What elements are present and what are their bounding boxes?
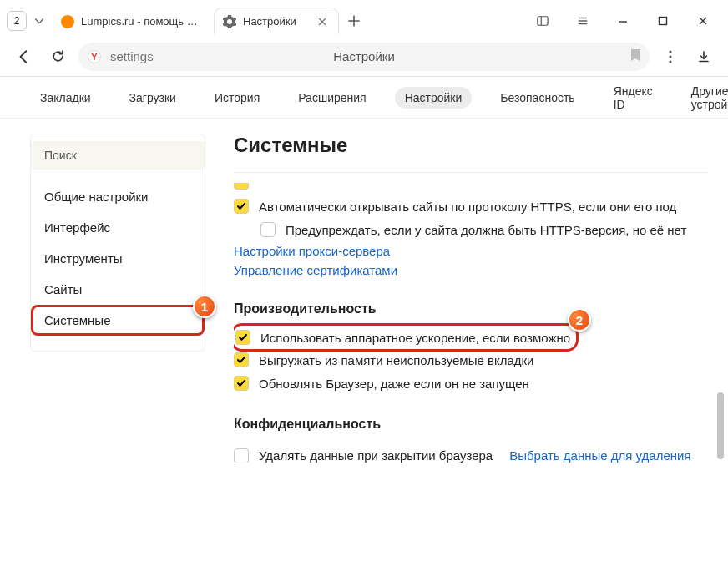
svg-point-9 xyxy=(669,60,671,63)
sidebar-toggle-button[interactable] xyxy=(524,8,561,33)
topnav-bookmarks[interactable]: Закладки xyxy=(30,87,101,109)
option-label: Использовать аппаратное ускорение, если … xyxy=(260,331,570,345)
link-proxy-settings[interactable]: Настройки прокси-сервера xyxy=(234,241,390,261)
kebab-menu[interactable] xyxy=(658,44,683,69)
topnav-yandex-id[interactable]: Яндекс ID xyxy=(604,80,663,115)
settings-body: Поиск Общие настройки Интерфейс Инструме… xyxy=(0,119,728,562)
section-heading-performance: Производительность xyxy=(234,301,708,316)
page-title-inline: Настройки xyxy=(333,49,395,63)
tab-lumpics[interactable]: Lumpics.ru - помощь с ко xyxy=(52,8,210,34)
downloads-button[interactable] xyxy=(691,44,716,69)
toolbar: Y settings Настройки xyxy=(0,37,728,77)
page-scrollbar[interactable] xyxy=(715,92,726,552)
address-bar[interactable]: Y settings Настройки xyxy=(78,43,650,71)
topnav-settings[interactable]: Настройки xyxy=(395,87,473,109)
checkbox-checked-icon xyxy=(234,376,249,391)
option-label: Обновлять Браузер, даже если он не запущ… xyxy=(259,377,529,391)
close-icon[interactable] xyxy=(318,16,330,28)
scrollbar-thumb[interactable] xyxy=(717,392,724,459)
gear-icon xyxy=(223,15,236,28)
tab-count-badge[interactable]: 2 xyxy=(7,11,27,31)
option-unload-tabs[interactable]: Выгружать из памяти неиспользуемые вклад… xyxy=(234,348,708,372)
titlebar: 2 Lumpics.ru - помощь с ко Настройки xyxy=(0,0,728,37)
tab-list-dropdown[interactable] xyxy=(30,12,48,30)
annotation-badge-1: 1 xyxy=(193,295,216,318)
sidebar-item-tools[interactable]: Инструменты xyxy=(31,243,205,274)
option-label: Предупреждать, если у сайта должна быть … xyxy=(286,223,686,237)
link-cert-management[interactable]: Управление сертификатами xyxy=(234,261,397,280)
window-maximize[interactable] xyxy=(645,8,681,33)
tab-label: Настройки xyxy=(243,15,311,28)
svg-rect-6 xyxy=(660,18,667,25)
option-warn-https[interactable]: Предупреждать, если у сайта должна быть … xyxy=(234,218,708,241)
svg-point-8 xyxy=(669,55,671,58)
sidebar-item-interface[interactable]: Интерфейс xyxy=(31,212,205,243)
link-choose-clear-data[interactable]: Выбрать данные для удаления xyxy=(509,446,690,465)
option-label: Выгружать из памяти неиспользуемые вклад… xyxy=(259,353,533,367)
url-text: settings xyxy=(110,49,169,63)
section-heading-privacy: Конфиденциальность xyxy=(234,417,708,432)
new-tab-button[interactable] xyxy=(342,9,366,33)
topnav-extensions[interactable]: Расширения xyxy=(288,87,376,109)
topnav-downloads[interactable]: Загрузки xyxy=(119,87,186,109)
sidebar-item-sites[interactable]: Сайты xyxy=(31,274,205,305)
option-label: Удалять данные при закрытии браузера xyxy=(259,448,493,463)
checkbox-checked-icon xyxy=(235,330,250,345)
reload-button[interactable] xyxy=(45,44,70,69)
window-close[interactable] xyxy=(685,8,721,33)
bookmark-icon[interactable] xyxy=(629,48,641,64)
settings-sidebar: Поиск Общие настройки Интерфейс Инструме… xyxy=(30,134,205,352)
sidebar-item-system[interactable]: Системные xyxy=(31,305,205,336)
annotation-badge-2: 2 xyxy=(568,308,591,332)
option-label: Автоматически открывать сайты по протоко… xyxy=(259,200,676,214)
favicon-lumpics xyxy=(61,15,74,28)
tab-label: Lumpics.ru - помощь с ко xyxy=(81,15,201,28)
option-hw-accel[interactable]: Использовать аппаратное ускорение, если … xyxy=(234,327,575,348)
checkbox-checked-icon xyxy=(234,199,249,214)
menu-button[interactable] xyxy=(564,8,601,33)
topnav-security[interactable]: Безопасность xyxy=(490,87,584,109)
option-auto-https[interactable]: Автоматически открывать сайты по протоко… xyxy=(234,195,708,218)
option-bg-update[interactable]: Обновлять Браузер, даже если он не запущ… xyxy=(234,372,708,395)
back-button[interactable] xyxy=(12,44,37,69)
window-minimize[interactable] xyxy=(604,8,641,33)
topnav-history[interactable]: История xyxy=(205,87,270,109)
site-favicon: Y xyxy=(87,49,102,64)
option-clear-on-close[interactable]: Удалять данные при закрытии браузера Выб… xyxy=(234,442,708,469)
sidebar-search[interactable]: Поиск xyxy=(31,141,205,170)
svg-rect-0 xyxy=(538,17,548,26)
section-heading-system: Системные xyxy=(234,134,708,157)
checkbox-unchecked-icon xyxy=(260,222,276,237)
svg-point-7 xyxy=(669,50,671,53)
partial-checkbox-peek xyxy=(234,183,249,190)
settings-topnav: Закладки Загрузки История Расширения Нас… xyxy=(0,77,728,119)
sidebar-item-general[interactable]: Общие настройки xyxy=(31,181,205,212)
checkbox-unchecked-icon xyxy=(234,448,249,463)
checkbox-checked-icon xyxy=(234,352,249,367)
tab-settings[interactable]: Настройки xyxy=(214,8,339,34)
settings-content: Системные Автоматически открывать сайты … xyxy=(234,134,728,562)
